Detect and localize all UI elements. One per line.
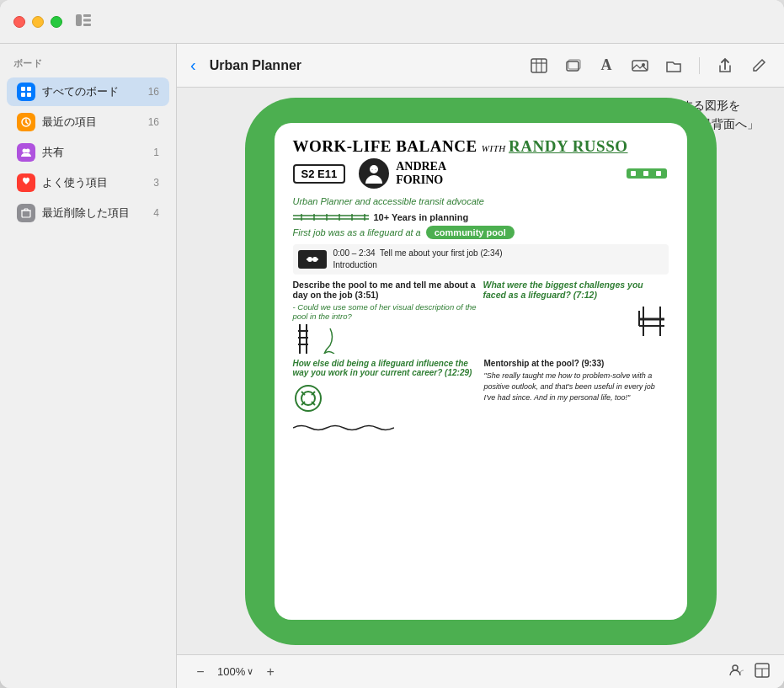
titlebar <box>0 0 784 44</box>
shared-icon <box>17 143 35 162</box>
sidebar-item-all-boards-label: すべてのボード <box>42 84 141 99</box>
recent-icon <box>17 113 35 131</box>
sidebar-item-deleted-label: 最近削除した項目 <box>42 205 147 221</box>
community-pool-tag: community pool <box>426 226 515 239</box>
main-content: ボード すべてのボード 16 <box>0 44 784 688</box>
episode-badge: S2 E11 <box>293 164 346 184</box>
bottom-bar: − 100% ∨ + <box>177 654 784 688</box>
sidebar-item-recent[interactable]: 最近の項目 16 <box>7 108 169 136</box>
svg-rect-4 <box>21 87 25 91</box>
canvas-area[interactable]: 背景色として使用する図形を 選択し、「配置」>「最背面へ」 と選択します。 <box>177 88 784 654</box>
card-episode-row: S2 E11 <box>293 158 669 189</box>
svg-point-26 <box>370 165 378 173</box>
svg-rect-24 <box>632 61 648 71</box>
play-icon-block <box>298 250 327 269</box>
table-icon[interactable] <box>527 54 551 77</box>
sidebar: ボード すべてのボード 16 <box>0 44 177 688</box>
content-area: ‹ Urban Planner <box>177 44 784 688</box>
text-icon[interactable]: A <box>595 54 618 77</box>
card-two-col: Describe the pool to me and tell me abou… <box>293 280 669 354</box>
edit-icon[interactable] <box>747 54 771 77</box>
col-right-heading: What were the biggest challenges you fac… <box>483 280 669 300</box>
first-job-row: First job was as a lifeguard at a commun… <box>293 226 669 239</box>
all-boards-icon <box>17 83 35 101</box>
sidebar-item-favorites[interactable]: よく使う項目 3 <box>7 168 169 197</box>
share-icon[interactable] <box>713 54 737 77</box>
bottom-right-icons <box>727 662 771 682</box>
card-main-title: WORK-LIFE BALANCE with RANDY RUSSO <box>293 138 669 156</box>
card-years-row: 10+ Years in planning <box>293 212 669 222</box>
svg-rect-13 <box>22 211 30 217</box>
bottom-left: How else did being a lifeguard influence… <box>293 359 477 417</box>
zoom-minus-button[interactable]: − <box>190 662 211 682</box>
folder-icon[interactable] <box>662 54 685 77</box>
card-subtitle: Urban Planner and accessible transit adv… <box>293 195 669 207</box>
card-title-row: WORK-LIFE BALANCE with RANDY RUSSO <box>293 138 669 156</box>
back-button[interactable]: ‹ <box>190 56 196 75</box>
svg-rect-6 <box>21 93 25 97</box>
years-text: 10+ Years in planning <box>374 212 469 222</box>
card-randy-russo: RANDY RUSSO <box>509 137 628 155</box>
sidebar-item-shared-count: 1 <box>153 147 159 158</box>
sidebar-item-shared-label: 共有 <box>42 145 147 160</box>
sidebar-item-deleted[interactable]: 最近削除した項目 4 <box>7 199 169 227</box>
sketchnote-background: WORK-LIFE BALANCE with RANDY RUSSO S2 E1… <box>245 98 717 645</box>
minimize-button[interactable] <box>32 16 44 28</box>
svg-rect-3 <box>83 24 91 26</box>
collaborate-icon[interactable] <box>727 662 744 682</box>
timeline-block: 0:00 – 2:34 Tell me about your first job… <box>293 244 669 275</box>
svg-rect-43 <box>307 259 318 260</box>
svg-rect-18 <box>531 59 547 72</box>
svg-rect-5 <box>27 87 31 91</box>
sidebar-toggle-button[interactable] <box>76 14 91 29</box>
col-left: Describe the pool to me and tell me abou… <box>293 280 478 354</box>
zoom-plus-button[interactable]: + <box>260 662 280 682</box>
card-bottom-section: How else did being a lifeguard influence… <box>293 359 669 417</box>
svg-rect-0 <box>76 14 82 26</box>
guest-name: ANDREAFORINO <box>396 160 446 189</box>
content-title: Urban Planner <box>210 58 301 73</box>
fullscreen-button[interactable] <box>51 16 62 28</box>
col-right: What were the biggest challenges you fac… <box>483 280 669 354</box>
sidebar-item-recent-count: 16 <box>148 116 159 128</box>
sidebar-item-favorites-label: よく使う項目 <box>42 175 147 190</box>
sidebar-item-shared[interactable]: 共有 1 <box>7 138 169 167</box>
sketchnote-wrapper: WORK-LIFE BALANCE with RANDY RUSSO S2 E1… <box>245 98 717 645</box>
sidebar-item-all-boards-count: 16 <box>148 86 159 98</box>
back-arrow-icon: ‹ <box>190 56 196 75</box>
timeline-text: 0:00 – 2:34 Tell me about your first job… <box>333 248 503 271</box>
toolbar-separator <box>699 57 700 74</box>
person-avatar <box>359 158 389 189</box>
toolbar-icons: A <box>527 54 771 77</box>
sketchnote-card: WORK-LIFE BALANCE with RANDY RUSSO S2 E1… <box>275 123 687 620</box>
traffic-lights <box>13 16 62 28</box>
svg-rect-30 <box>631 171 636 176</box>
decorative-lines <box>293 422 669 437</box>
zoom-level[interactable]: 100% ∨ <box>217 665 253 678</box>
sidebar-item-recent-label: 最近の項目 <box>42 115 141 130</box>
bottom-left-heading: How else did being a lifeguard influence… <box>293 359 477 377</box>
bottom-right: Mentorship at the pool? (9:33) "She real… <box>484 359 669 417</box>
svg-point-54 <box>296 386 321 411</box>
sidebar-item-deleted-count: 4 <box>153 207 159 219</box>
content-toolbar: ‹ Urban Planner <box>177 44 784 88</box>
svg-rect-7 <box>27 93 31 97</box>
col-left-heading: Describe the pool to me and tell me abou… <box>293 280 478 300</box>
quote-text: "She really taught me how to problem-sol… <box>484 371 669 403</box>
svg-rect-1 <box>83 14 91 17</box>
layers-icon[interactable] <box>561 54 584 77</box>
svg-point-60 <box>733 665 738 670</box>
layout-icon[interactable] <box>754 662 771 682</box>
svg-rect-32 <box>656 171 661 176</box>
first-job-text: First job was as a lifeguard at a <box>293 227 421 237</box>
media-icon[interactable] <box>628 54 652 77</box>
col-left-subtext: - Could we use some of her visual descri… <box>293 302 478 321</box>
svg-rect-2 <box>83 19 91 21</box>
mentorship-heading: Mentorship at the pool? (9:33) <box>484 359 669 368</box>
close-button[interactable] <box>13 16 25 28</box>
svg-line-10 <box>26 122 28 124</box>
deleted-icon <box>17 204 35 222</box>
svg-rect-31 <box>643 171 648 176</box>
sidebar-item-all-boards[interactable]: すべてのボード 16 <box>7 77 169 106</box>
svg-point-12 <box>26 149 30 153</box>
